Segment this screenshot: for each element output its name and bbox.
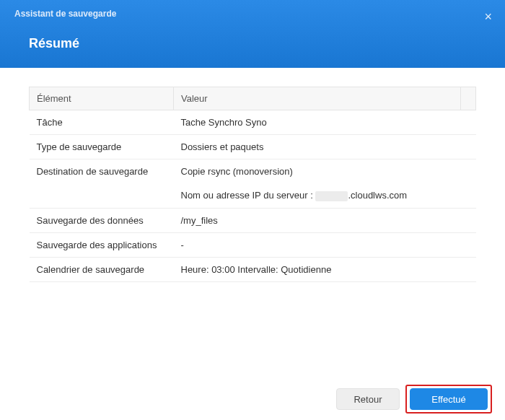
table-row: Sauvegarde des applications -: [30, 232, 476, 257]
server-suffix: .cloudlws.com: [348, 190, 407, 201]
row-value: /my_files: [174, 208, 476, 232]
dialog-subtitle: Résumé: [29, 36, 491, 51]
done-button[interactable]: Effectué: [410, 388, 488, 410]
dialog-footer: Retour Effectué: [0, 378, 505, 420]
dialog-header: Assistant de sauvegarde Résumé ×: [0, 0, 505, 68]
back-button[interactable]: Retour: [336, 388, 400, 410]
row-label: Calendrier de sauvegarde: [30, 257, 174, 281]
col-element: Élément: [30, 87, 174, 110]
row-label: Destination de sauvegarde: [30, 159, 174, 209]
row-value: Copie rsync (monoversion): [174, 159, 476, 184]
row-label: Sauvegarde des données: [30, 208, 174, 232]
close-icon[interactable]: ×: [484, 10, 492, 23]
row-label: Tâche: [30, 110, 174, 135]
table-header-row: Élément Valeur: [30, 87, 476, 110]
dialog-title: Assistant de sauvegarde: [14, 9, 491, 19]
table-row: Sauvegarde des données /my_files: [30, 208, 476, 232]
row-value: Heure: 03:00 Intervalle: Quotidienne: [174, 257, 476, 281]
dialog-content: Élément Valeur Tâche Tache Synchro Syno …: [0, 68, 505, 378]
table-row: Type de sauvegarde Dossiers et paquets: [30, 135, 476, 159]
row-label: Type de sauvegarde: [30, 135, 174, 159]
server-prefix: Nom ou adresse IP du serveur :: [181, 190, 316, 201]
table-row: Destination de sauvegarde Copie rsync (m…: [30, 159, 476, 184]
table-row: Calendrier de sauvegarde Heure: 03:00 In…: [30, 257, 476, 281]
col-value: Valeur: [174, 87, 461, 110]
col-spacer: [461, 87, 476, 110]
row-value: Dossiers et paquets: [174, 135, 476, 159]
table-row: Tâche Tache Synchro Syno: [30, 110, 476, 135]
done-button-highlight: Effectué: [405, 385, 492, 414]
row-value: Tache Synchro Syno: [174, 110, 476, 135]
row-value-server: Nom ou adresse IP du serveur : .cloudlws…: [174, 183, 476, 208]
row-label: Sauvegarde des applications: [30, 232, 174, 257]
redacted-block: [315, 191, 348, 201]
summary-table: Élément Valeur Tâche Tache Synchro Syno …: [29, 87, 476, 282]
row-value: -: [174, 232, 476, 257]
